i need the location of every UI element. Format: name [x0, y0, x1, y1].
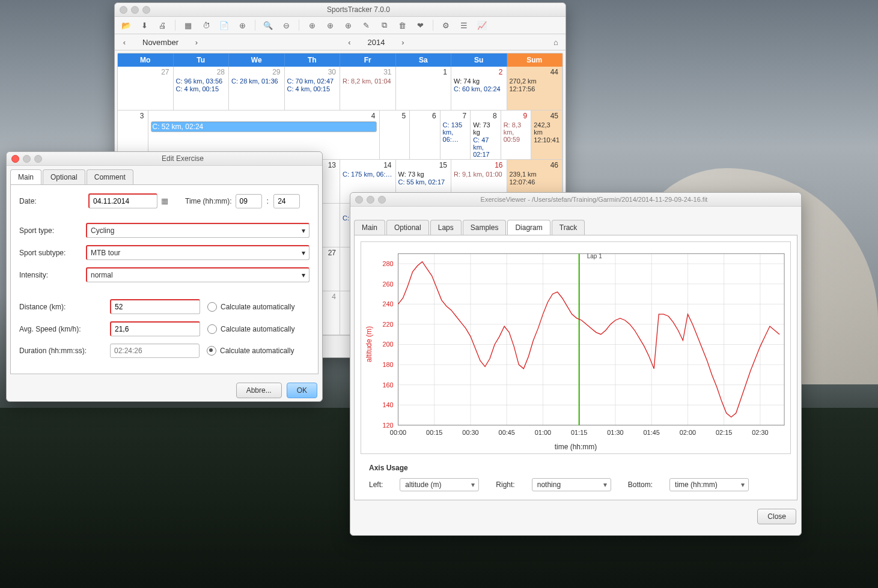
tab-samples[interactable]: Samples [463, 220, 507, 235]
zoom-in-icon[interactable]: 🔍 [260, 19, 276, 32]
intensity-label: Intensity: [19, 271, 86, 279]
selected-entry[interactable]: C: 52 km, 02:24 [151, 121, 377, 132]
tab-optional[interactable]: Optional [43, 169, 85, 184]
cal-cell[interactable]: 5 [380, 111, 410, 160]
svg-text:00:30: 00:30 [462, 429, 478, 436]
min-dot[interactable] [367, 196, 374, 204]
date-field[interactable] [88, 193, 157, 208]
next-month-button[interactable]: › [191, 36, 203, 48]
cal-cell[interactable]: 6 [410, 111, 441, 160]
intensity-select[interactable]: normal▾ [86, 267, 309, 282]
cal-cell[interactable]: 31R: 8,2 km, 01:04 [340, 67, 396, 111]
svg-text:240: 240 [382, 300, 393, 308]
time-mm-field[interactable] [273, 194, 300, 208]
day-head-fr: Fr [340, 53, 396, 67]
cal-cell[interactable]: 28C: 96 km, 03:56C: 4 km, 00:15 [174, 67, 230, 111]
min-dot[interactable] [131, 6, 139, 14]
edit-panel: Date: ▦ Time (hh:mm): : Sport type: Cycl… [10, 184, 319, 374]
svg-text:02:00: 02:00 [680, 429, 696, 436]
sport-type-select[interactable]: Cycling▾ [86, 223, 309, 238]
svg-text:280: 280 [382, 260, 393, 267]
cal-cell[interactable]: 8W: 73 kgC: 47 km, 02:17 [471, 111, 501, 160]
edit-titlebar: Edit Exercise [7, 152, 322, 166]
cal-cell[interactable]: 7C: 135 km, 06:… [441, 111, 471, 160]
duration-auto-radio[interactable]: Calculate automatically [207, 346, 294, 356]
svg-text:160: 160 [382, 381, 393, 389]
close-dot[interactable] [11, 155, 19, 163]
left-axis-select[interactable]: altitude (m) [400, 478, 479, 491]
svg-text:01:00: 01:00 [535, 429, 551, 436]
add-weight-icon[interactable]: ⊕ [340, 19, 356, 32]
settings-icon[interactable]: ⚙ [438, 19, 454, 32]
distance-field[interactable] [110, 299, 200, 314]
stopwatch-icon[interactable]: ⏱ [198, 19, 214, 32]
chevron-down-icon: ▾ [302, 271, 305, 279]
add-exercise-icon[interactable]: ⊕ [304, 19, 320, 32]
cal-cell[interactable]: 2W: 74 kgC: 60 km, 02:24 [451, 67, 507, 111]
tab-laps[interactable]: Laps [430, 220, 462, 235]
note-icon[interactable]: 📄 [216, 19, 232, 32]
chevron-down-icon: ▾ [302, 226, 305, 235]
save-icon[interactable]: ⬇ [136, 19, 152, 32]
calendar-icon[interactable]: ▦ [180, 19, 196, 32]
edit-icon[interactable]: ✎ [358, 19, 374, 32]
zoom-dot[interactable] [34, 155, 42, 163]
prev-year-button[interactable]: ‹ [344, 36, 356, 48]
cal-cell[interactable]: 29C: 28 km, 01:36 [229, 67, 285, 111]
hrm-icon[interactable]: ❤ [412, 19, 428, 32]
cal-cell[interactable]: 27 [118, 67, 174, 111]
tab-main[interactable]: Main [354, 220, 385, 235]
svg-text:00:00: 00:00 [390, 429, 406, 436]
cal-cell[interactable]: 9R: 8,3 km, 00:59 [501, 111, 532, 160]
time-hh-field[interactable] [236, 194, 262, 208]
zoom-dot[interactable] [378, 196, 386, 204]
cal-sum: 44270,2 km12:17:56 [507, 67, 563, 111]
svg-text:00:45: 00:45 [499, 429, 515, 436]
open-icon[interactable]: 📂 [118, 19, 134, 32]
next-year-button[interactable]: › [397, 36, 409, 48]
ok-button[interactable]: OK [287, 383, 317, 398]
distance-auto-radio[interactable]: Calculate automatically [207, 302, 294, 312]
sport-label: Sport type: [19, 226, 86, 235]
zoom-out-icon[interactable]: ⊖ [278, 19, 294, 32]
stats-icon[interactable]: 📈 [474, 19, 490, 32]
speed-auto-radio[interactable]: Calculate automatically [207, 324, 294, 334]
min-dot[interactable] [23, 155, 31, 163]
year-label: 2014 [368, 38, 385, 47]
close-button[interactable]: Close [757, 509, 796, 524]
delete-icon[interactable]: 🗑 [394, 19, 410, 32]
tab-optional[interactable]: Optional [386, 220, 429, 235]
print-icon[interactable]: 🖨 [154, 19, 170, 32]
sport-subtype-select[interactable]: MTB tour▾ [86, 245, 309, 260]
zoom-dot[interactable] [142, 6, 150, 14]
home-icon[interactable]: ⌂ [550, 36, 562, 48]
tab-main[interactable]: Main [10, 169, 41, 184]
svg-text:01:30: 01:30 [607, 429, 623, 436]
add-note-icon[interactable]: ⊕ [322, 19, 338, 32]
tab-comment[interactable]: Comment [87, 169, 133, 184]
right-axis-select[interactable]: nothing [532, 478, 611, 491]
prev-month-button[interactable]: ‹ [118, 36, 130, 48]
copy-icon[interactable]: ⧉ [376, 19, 392, 32]
weight-icon[interactable]: ⊕ [234, 19, 250, 32]
exercise-viewer-window: ExerciseViewer - /Users/stefan/Training/… [350, 192, 802, 536]
x-axis-label: time (hh:mm) [555, 443, 597, 451]
duration-label: Duration (hh:mm:ss): [19, 347, 103, 355]
close-dot[interactable] [355, 196, 363, 204]
cal-cell[interactable]: 30C: 70 km, 02:47C: 4 km, 00:15 [285, 67, 341, 111]
svg-text:180: 180 [382, 361, 393, 368]
abort-button[interactable]: Abbre... [236, 383, 282, 398]
svg-text:140: 140 [382, 401, 393, 408]
cal-cell[interactable]: 1 [396, 67, 452, 111]
svg-text:02:15: 02:15 [716, 429, 732, 436]
speed-field[interactable] [110, 321, 200, 336]
duration-field[interactable] [110, 344, 200, 358]
tab-diagram[interactable]: Diagram [507, 220, 550, 235]
bottom-axis-select[interactable]: time (hh:mm) [669, 478, 749, 491]
calendar-picker-icon[interactable]: ▦ [161, 196, 168, 205]
close-dot[interactable] [120, 6, 127, 14]
lap-marker-label: Lap 1 [587, 253, 602, 259]
tab-track[interactable]: Track [552, 220, 585, 235]
main-title: SportsTracker 7.0.0 [156, 5, 561, 14]
filter-icon[interactable]: ☰ [456, 19, 472, 32]
